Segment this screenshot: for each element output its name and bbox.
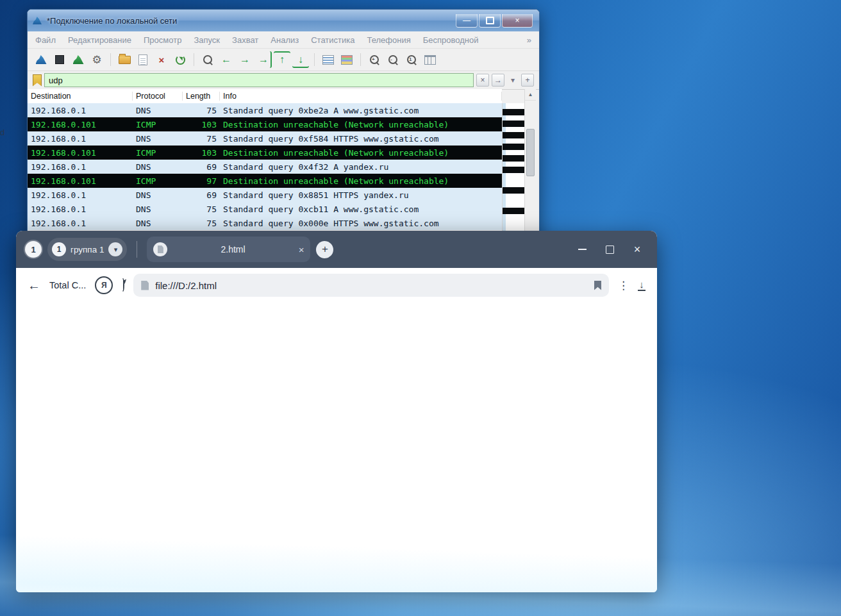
column-length[interactable]: Length [183, 92, 220, 101]
packet-destination: 192.168.0.1 [28, 219, 133, 228]
menu-capture[interactable]: Захват [232, 35, 258, 45]
page-file-icon [141, 281, 149, 290]
toolbar-separator [194, 53, 194, 66]
minimize-button[interactable]: — [456, 14, 478, 28]
auto-scroll-button[interactable] [320, 51, 337, 68]
go-last-packet-icon: ↓ [298, 54, 303, 65]
packet-row[interactable]: 192.168.0.1 DNS 75 Standard query 0xcb11… [28, 202, 502, 216]
maximize-button[interactable] [479, 14, 501, 28]
menu-telephony[interactable]: Телефония [367, 35, 410, 45]
filter-apply-button[interactable]: → [492, 74, 504, 87]
address-bar[interactable]: file:///D:/2.html [133, 274, 609, 297]
tab-title: 2.html [172, 244, 293, 254]
packet-row[interactable]: 192.168.0.1 DNS 75 Standard query 0x000e… [28, 216, 502, 230]
menu-view[interactable]: Просмотр [144, 35, 181, 45]
close-icon: × [515, 17, 519, 24]
menu-overflow-chevron[interactable]: » [527, 35, 531, 45]
minimize-icon [578, 249, 587, 250]
packet-destination: 192.168.0.1 [28, 162, 133, 172]
packet-row[interactable]: 192.168.0.1 DNS 75 Standard query 0xbe2a… [28, 103, 502, 117]
packet-row[interactable]: 192.168.0.1 DNS 69 Standard query 0x8851… [28, 188, 502, 202]
resize-columns-button[interactable] [422, 51, 438, 68]
start-capture-button[interactable] [33, 51, 49, 68]
downloads-button[interactable]: ↓ [638, 280, 645, 291]
yandex-icon: Я [101, 281, 107, 290]
open-file-icon [119, 56, 131, 64]
filter-input[interactable] [44, 73, 474, 87]
kebab-menu-icon: ⋮ [618, 279, 629, 292]
packet-row[interactable]: 192.168.0.101 ICMP 103 Destination unrea… [28, 146, 502, 160]
menu-go[interactable]: Запуск [194, 35, 220, 45]
wireshark-titlebar[interactable]: *Подключение по локальной сети — × [28, 10, 539, 31]
go-back-icon: ← [221, 54, 231, 65]
go-back-button[interactable]: ← [218, 51, 235, 68]
tab-2html[interactable]: 2.html × [147, 237, 310, 262]
minimap-mark [503, 132, 524, 138]
filter-add-button[interactable]: + [521, 74, 534, 87]
zoom-reset-button[interactable]: 1 [403, 51, 420, 68]
reload-icon [122, 278, 124, 292]
menu-analyze[interactable]: Анализ [271, 35, 299, 45]
maximize-icon [606, 246, 614, 254]
browser-back-button[interactable]: ← [28, 278, 40, 293]
packet-row[interactable]: 192.168.0.101 ICMP 103 Destination unrea… [28, 117, 502, 131]
new-tab-button[interactable]: + [316, 241, 333, 258]
address-options-button[interactable]: ⋮ [618, 279, 629, 292]
packet-info: Standard query 0xcb11 A www.gstatic.com [220, 204, 502, 214]
find-packet-button[interactable] [199, 51, 216, 68]
tab-counter-badge[interactable]: 1 [25, 241, 42, 258]
zoom-in-button[interactable]: + [366, 51, 383, 68]
packet-row[interactable]: 192.168.0.1 DNS 69 Standard query 0x4f32… [28, 160, 502, 174]
tab-group-chevron-button[interactable]: ▾ [108, 242, 122, 256]
go-first-packet-button[interactable]: ↑ [274, 51, 290, 68]
restart-capture-button[interactable] [70, 51, 87, 68]
close-file-button[interactable]: × [153, 51, 170, 68]
address-url[interactable]: file:///D:/2.html [155, 280, 217, 291]
browser-page-content[interactable] [16, 303, 657, 592]
packet-row[interactable]: 192.168.0.1 DNS 75 Standard query 0xf584… [28, 131, 502, 146]
column-info[interactable]: Info [220, 92, 502, 101]
go-forward-button[interactable]: → [237, 51, 253, 68]
column-destination[interactable]: Destination [28, 92, 133, 101]
packet-protocol: ICMP [133, 148, 183, 158]
reload-file-button[interactable] [172, 51, 188, 68]
main-toolbar: ⚙ × ← → → ↑ ↓ + - 1 [28, 49, 539, 71]
tab-close-button[interactable]: × [299, 244, 304, 255]
menu-wireless[interactable]: Беспроводной [423, 35, 479, 45]
open-file-button[interactable] [116, 51, 133, 68]
packet-row[interactable]: 192.168.0.101 ICMP 97 Destination unreac… [28, 174, 502, 188]
menu-edit[interactable]: Редактирование [68, 35, 131, 45]
bookmark-flag-icon[interactable] [594, 281, 601, 290]
colorize-packets-button[interactable] [338, 51, 355, 68]
menu-statistics[interactable]: Статистика [311, 35, 354, 45]
browser-minimize-button[interactable] [571, 240, 593, 259]
yandex-search-button[interactable]: Я [95, 276, 113, 294]
save-file-button[interactable] [135, 51, 151, 68]
menu-file[interactable]: Файл [35, 35, 56, 45]
zoom-out-button[interactable]: - [385, 51, 401, 68]
minimap-mark [503, 155, 524, 162]
reload-file-icon [176, 55, 185, 65]
browser-close-button[interactable]: × [626, 240, 648, 259]
scrollbar-up-button[interactable]: ▲ [525, 89, 536, 101]
packet-destination: 192.168.0.101 [28, 176, 133, 186]
packet-protocol: ICMP [133, 120, 183, 129]
tab-group[interactable]: 1 группа 1 ▾ [47, 238, 127, 261]
filter-clear-button[interactable]: × [476, 74, 489, 87]
browser-maximize-button[interactable] [599, 240, 620, 259]
tab-group-count-badge: 1 [52, 242, 66, 256]
browser-tab-bar: 1 1 группа 1 ▾ 2.html × + × [16, 231, 657, 268]
capture-options-button[interactable]: ⚙ [88, 51, 105, 68]
filter-bookmark-icon[interactable] [33, 74, 42, 87]
filter-dropdown-button[interactable]: ▾ [507, 74, 519, 86]
stop-capture-button[interactable] [51, 51, 68, 68]
back-context-label[interactable]: Total C... [49, 280, 86, 290]
go-last-packet-button[interactable]: ↓ [292, 51, 309, 68]
scrollbar-thumb[interactable] [526, 129, 535, 176]
close-button[interactable]: × [502, 14, 533, 28]
reload-button[interactable] [122, 279, 124, 291]
packet-list-header[interactable]: Destination Protocol Length Info [28, 89, 502, 104]
column-protocol[interactable]: Protocol [133, 92, 183, 101]
go-to-packet-button[interactable]: → [255, 51, 272, 68]
packet-info: Standard query 0x000e HTTPS www.gstatic.… [220, 219, 502, 228]
